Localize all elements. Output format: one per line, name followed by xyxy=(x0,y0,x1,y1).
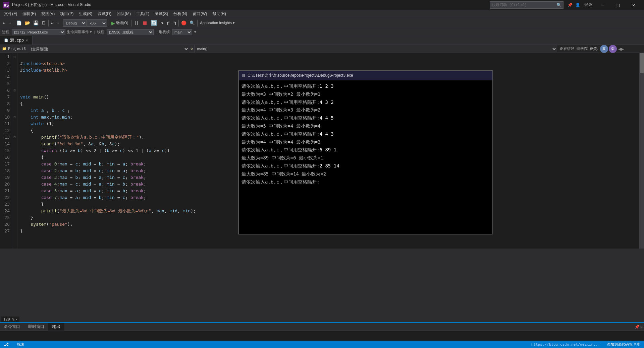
zoom-display[interactable]: 129 % ▾ xyxy=(1,317,19,322)
continue-button[interactable]: ▶ 继续(O) xyxy=(109,19,130,27)
app-title: Project3 (正在运行) - Microsoft Visual Studi… xyxy=(12,2,490,8)
console-titlebar: 🖥 C:\Users\栾小涛\source\repos\Project3\Deb… xyxy=(239,71,492,80)
close-button[interactable]: ✕ xyxy=(626,0,641,10)
console-line-7: 请依次输入a,b,c，中间用空格隔开:4 4 3 xyxy=(241,130,490,138)
scope-dropdown[interactable]: (全局范围) xyxy=(28,45,189,53)
code-line-1: #include<stdio.h> #include<stdlib.h> voi… xyxy=(20,61,196,233)
breakpoint-button[interactable]: 🔴 xyxy=(180,19,188,27)
watch-button[interactable]: 🔍 xyxy=(188,19,196,27)
console-content[interactable]: 请依次输入a,b,c，中间用空格隔开:1 2 3 最大数为=3 中间数为=2 最… xyxy=(239,80,492,234)
login-button[interactable]: 登录 xyxy=(582,1,595,8)
debug-step-over-button[interactable]: ↷ xyxy=(159,19,165,27)
menu-window[interactable]: 窗口(W) xyxy=(190,10,210,18)
debug-restart-button[interactable]: 🔄 xyxy=(149,19,159,27)
toolbar-sep7 xyxy=(197,20,198,26)
console-line-3: 请依次输入a,b,c，中间用空格隔开:4 3 2 xyxy=(241,98,490,107)
new-file-button[interactable]: 📄 xyxy=(15,19,23,27)
tab-immediate-window[interactable]: 即时窗口 xyxy=(24,323,48,331)
project-nav[interactable]: 📁 Project3 xyxy=(0,45,28,53)
config-dropdown[interactable]: Debug Release xyxy=(63,19,87,27)
debug-stop-button[interactable]: ⏹ xyxy=(141,19,149,27)
status-ready-text: 就绪 xyxy=(17,342,24,347)
menu-project[interactable]: 项目(P) xyxy=(57,10,76,18)
menu-view[interactable]: 视图(V) xyxy=(39,10,57,18)
platform-dropdown[interactable]: x86 x64 xyxy=(87,19,107,27)
collapse-14[interactable]: ⊟ xyxy=(12,134,17,141)
menu-tools[interactable]: 工具(T) xyxy=(133,10,152,18)
console-icon: 🖥 xyxy=(241,73,246,78)
menu-test[interactable]: 测试(S) xyxy=(152,10,171,18)
collapse-10[interactable]: ⊟ xyxy=(12,114,17,121)
console-line-2: 最大数为=3 中间数为=2 最小数为=1 xyxy=(241,90,490,98)
menu-help[interactable]: 帮助(H) xyxy=(210,10,229,18)
toolbar-sep5 xyxy=(131,20,131,26)
debug-controls: ⏸ ⏹ 🔄 ↷ ↱ ↰ xyxy=(132,19,177,27)
collapse-1[interactable]: ⊟ xyxy=(12,54,17,60)
save-button[interactable]: 💾 xyxy=(32,19,40,27)
avatar: 夏 xyxy=(600,45,608,53)
vertical-scrollbar[interactable] xyxy=(639,53,644,249)
save-all-button[interactable]: 🗒 xyxy=(40,19,47,27)
menu-team[interactable]: 团队(M) xyxy=(114,10,133,18)
thread-select[interactable]: [19536] 主线程 xyxy=(107,29,154,35)
console-title: C:\Users\栾小涛\source\repos\Project3\Debug… xyxy=(248,73,353,78)
status-ready[interactable]: 就绪 xyxy=(15,341,25,348)
nav-arrow-right[interactable]: ▶ xyxy=(621,46,624,52)
redo-button[interactable]: ↪ xyxy=(55,19,61,27)
quick-launch-input[interactable] xyxy=(490,1,564,9)
open-file-button[interactable]: 📂 xyxy=(23,19,32,27)
status-link[interactable]: https://blog.csdn.net/weixin... xyxy=(530,341,601,348)
menu-analyze[interactable]: 分析(N) xyxy=(171,10,190,18)
thread-label: 线程: xyxy=(97,29,105,34)
app-insights-button[interactable]: Application Insights ▾ xyxy=(199,19,236,27)
project-name: Project3 xyxy=(8,47,26,51)
toolbar-sep2 xyxy=(48,20,49,26)
scrollbar-thumb[interactable] xyxy=(640,53,644,73)
toolbar-sep4 xyxy=(108,20,108,26)
console-line-9: 请依次输入a,b,c，中间用空格隔开:6 89 1 xyxy=(241,146,490,154)
restore-button[interactable]: □ xyxy=(610,0,626,10)
debug-step-into-button[interactable]: ↱ xyxy=(165,19,171,27)
toolbar-sep3 xyxy=(62,20,62,26)
minimize-button[interactable]: ─ xyxy=(595,0,610,10)
process-sep: | xyxy=(94,30,95,34)
output-close-icon[interactable]: ✕ xyxy=(640,325,643,329)
console-line-5: 请依次输入a,b,c，中间用空格隔开:4 4 5 xyxy=(241,114,490,122)
collapse-6[interactable]: ⊟ xyxy=(12,87,17,94)
source-control-text: 添加到源代码管理器 xyxy=(607,342,640,347)
process-select[interactable]: [21712] Project3.exe xyxy=(12,29,65,35)
output-pin-icon[interactable]: 📌 xyxy=(635,325,640,329)
tab-source-cpp[interactable]: 📄 源.cpp ✕ xyxy=(0,36,33,45)
menu-build[interactable]: 生成(B) xyxy=(76,10,95,18)
menu-debug[interactable]: 调试(D) xyxy=(95,10,114,18)
window-controls: ─ □ ✕ xyxy=(595,0,641,10)
debug-step-out-button[interactable]: ↰ xyxy=(172,19,178,27)
navigation-bar: 📁 Project3 (全局范围) ⚙ main() 正在讲述: 理学院: 夏贇… xyxy=(0,45,644,53)
live-share-label: 正在讲述: 理学院: 夏贇: xyxy=(560,46,598,51)
console-line-8: 最大数为=4 中间数为=4 最小数为=3 xyxy=(241,138,490,146)
nav-forward-button[interactable]: ➡ xyxy=(7,19,12,27)
quick-launch-container: 🔍 xyxy=(490,1,564,9)
status-debug-icon[interactable]: ⎇ xyxy=(3,341,10,348)
stack-select[interactable]: main xyxy=(172,29,192,35)
menu-file[interactable]: 文件(F) xyxy=(1,10,20,18)
tab-command-window[interactable]: 命令窗口 xyxy=(0,323,24,331)
toolbar-sep1 xyxy=(14,20,14,26)
function-dropdown[interactable]: main() xyxy=(195,45,557,53)
console-line-11: 请依次输入a,b,c，中间用空格隔开:2 85 14 xyxy=(241,162,490,170)
svg-text:VS: VS xyxy=(4,3,9,8)
line-numbers: 12345 678910 1112131415 1617181920 21222… xyxy=(0,53,12,249)
debug-pause-button[interactable]: ⏸ xyxy=(132,19,141,27)
vs-logo-icon: VS xyxy=(3,2,9,8)
tab-close-button[interactable]: ✕ xyxy=(26,38,28,43)
zoom-arrow[interactable]: ▾ xyxy=(15,317,17,322)
nav-back-button[interactable]: ⬅ xyxy=(1,19,7,27)
undo-button[interactable]: ↩ xyxy=(50,19,55,27)
nav-arrow-left[interactable]: ◀ xyxy=(618,46,621,52)
status-source-control[interactable]: 添加到源代码管理器 xyxy=(605,341,641,348)
tab-output[interactable]: 输出 xyxy=(48,323,64,331)
pin-icon[interactable]: 📌 xyxy=(568,3,573,7)
stack-arrow[interactable]: ▾ xyxy=(194,30,196,34)
share-icon[interactable]: 👤 xyxy=(575,3,580,7)
menu-edit[interactable]: 编辑(E) xyxy=(20,10,39,18)
